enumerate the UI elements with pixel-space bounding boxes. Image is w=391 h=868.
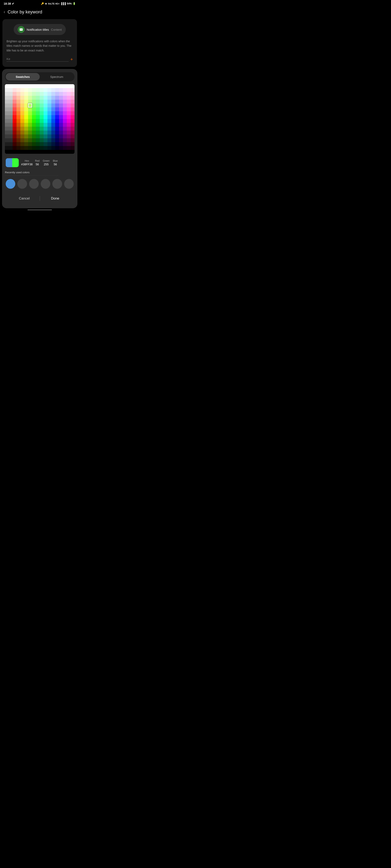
- color-cell[interactable]: [5, 142, 9, 146]
- color-cell[interactable]: [12, 96, 17, 100]
- color-cell[interactable]: [63, 84, 67, 88]
- color-cell[interactable]: [28, 100, 32, 103]
- color-cell[interactable]: [17, 142, 20, 146]
- color-cell[interactable]: [48, 84, 51, 88]
- color-cell[interactable]: [32, 100, 36, 103]
- color-cell[interactable]: [9, 111, 12, 115]
- color-cell[interactable]: [36, 111, 40, 115]
- color-cell[interactable]: [28, 119, 32, 123]
- color-cell[interactable]: [48, 96, 51, 100]
- color-cell[interactable]: [55, 130, 59, 134]
- color-cell[interactable]: [40, 130, 44, 134]
- color-cell[interactable]: [59, 107, 63, 111]
- color-cell[interactable]: [24, 84, 28, 88]
- color-cell[interactable]: [36, 84, 40, 88]
- color-cell[interactable]: [17, 107, 20, 111]
- color-cell[interactable]: [12, 84, 17, 88]
- color-cell[interactable]: [9, 119, 12, 123]
- color-cell[interactable]: [17, 138, 20, 142]
- color-cell[interactable]: [67, 150, 71, 154]
- color-cell[interactable]: [20, 107, 24, 111]
- color-cell[interactable]: [12, 146, 17, 150]
- color-cell[interactable]: [40, 134, 44, 138]
- color-cell[interactable]: [40, 84, 44, 88]
- color-cell[interactable]: [17, 88, 20, 92]
- color-cell[interactable]: [5, 150, 9, 154]
- color-cell[interactable]: [17, 119, 20, 123]
- color-cell[interactable]: [40, 103, 44, 107]
- color-cell[interactable]: [9, 92, 12, 96]
- color-cell[interactable]: [5, 127, 9, 130]
- color-cell[interactable]: [51, 84, 55, 88]
- color-cell[interactable]: [12, 127, 17, 130]
- color-cell[interactable]: [9, 123, 12, 127]
- color-cell[interactable]: [12, 150, 17, 154]
- color-cell[interactable]: [71, 103, 75, 107]
- color-cell[interactable]: [24, 130, 28, 134]
- color-cell[interactable]: [9, 88, 12, 92]
- color-cell[interactable]: [40, 127, 44, 130]
- color-cell[interactable]: [44, 96, 48, 100]
- color-cell[interactable]: [28, 138, 32, 142]
- color-cell[interactable]: [44, 92, 48, 96]
- color-cell[interactable]: [44, 127, 48, 130]
- color-cell[interactable]: [51, 88, 55, 92]
- color-cell[interactable]: [12, 92, 17, 96]
- color-cell[interactable]: [63, 100, 67, 103]
- color-cell[interactable]: [48, 150, 51, 154]
- color-grid-wrapper[interactable]: [5, 84, 75, 154]
- green-value[interactable]: 255: [43, 163, 50, 166]
- color-cell[interactable]: [55, 142, 59, 146]
- color-cell[interactable]: [32, 134, 36, 138]
- color-cell[interactable]: [9, 142, 12, 146]
- color-cell[interactable]: [36, 92, 40, 96]
- color-cell[interactable]: [9, 146, 12, 150]
- color-cell[interactable]: [48, 138, 51, 142]
- color-cell[interactable]: [51, 150, 55, 154]
- back-button[interactable]: ‹: [4, 9, 5, 14]
- color-cell[interactable]: [67, 115, 71, 119]
- color-cell[interactable]: [48, 146, 51, 150]
- red-value[interactable]: 56: [35, 163, 39, 166]
- color-cell[interactable]: [59, 111, 63, 115]
- color-cell[interactable]: [17, 84, 20, 88]
- spectrum-tab[interactable]: Spectrum: [40, 73, 74, 81]
- color-cell[interactable]: [44, 107, 48, 111]
- color-cell[interactable]: [55, 146, 59, 150]
- color-cell[interactable]: [63, 146, 67, 150]
- cancel-button[interactable]: Cancel: [9, 194, 40, 203]
- color-cell[interactable]: [59, 84, 63, 88]
- color-cell[interactable]: [9, 107, 12, 111]
- color-cell[interactable]: [20, 88, 24, 92]
- color-cell[interactable]: [71, 111, 75, 115]
- keyword-input[interactable]: Ke: [6, 57, 68, 62]
- color-cell[interactable]: [67, 138, 71, 142]
- color-cell[interactable]: [71, 92, 75, 96]
- color-cell[interactable]: [24, 150, 28, 154]
- color-cell[interactable]: [28, 134, 32, 138]
- color-cell[interactable]: [71, 150, 75, 154]
- color-cell[interactable]: [55, 96, 59, 100]
- color-cell[interactable]: [67, 111, 71, 115]
- color-cell[interactable]: [12, 111, 17, 115]
- color-cell[interactable]: [71, 84, 75, 88]
- color-cell[interactable]: [44, 84, 48, 88]
- color-cell[interactable]: [55, 92, 59, 96]
- color-cell[interactable]: [5, 123, 9, 127]
- color-cell[interactable]: [24, 88, 28, 92]
- color-cell[interactable]: [48, 107, 51, 111]
- color-cell[interactable]: [9, 127, 12, 130]
- color-cell[interactable]: [51, 96, 55, 100]
- color-cell[interactable]: [51, 92, 55, 96]
- color-cell[interactable]: [40, 150, 44, 154]
- color-cell[interactable]: [5, 100, 9, 103]
- color-cell[interactable]: [67, 100, 71, 103]
- recent-color-5[interactable]: [52, 179, 62, 189]
- color-cell[interactable]: [32, 88, 36, 92]
- color-cell[interactable]: [32, 92, 36, 96]
- color-cell[interactable]: [59, 96, 63, 100]
- color-cell[interactable]: [63, 150, 67, 154]
- color-cell[interactable]: [51, 100, 55, 103]
- color-cell[interactable]: [9, 103, 12, 107]
- color-cell[interactable]: [20, 115, 24, 119]
